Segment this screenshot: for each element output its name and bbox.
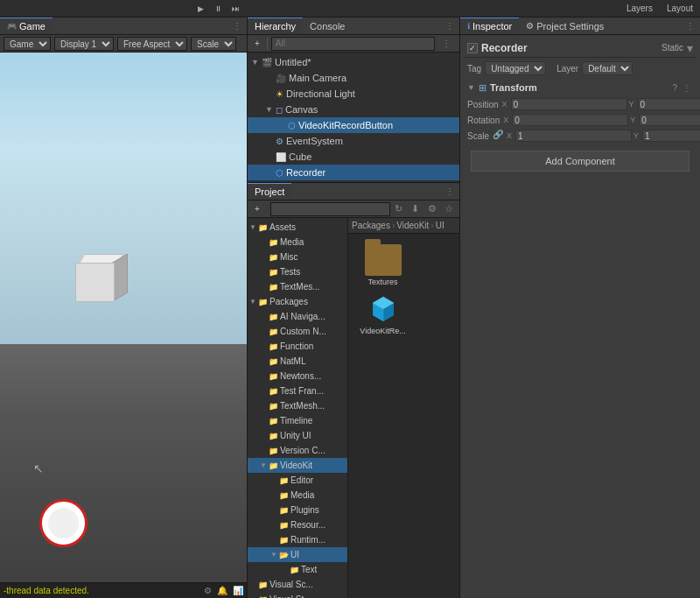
- tag-select[interactable]: Untagged: [485, 61, 546, 75]
- plugins-folder-icon: 📁: [279, 506, 289, 515]
- transform-help-btn[interactable]: ?: [670, 83, 679, 93]
- game-scale-select[interactable]: Scale: [191, 37, 236, 51]
- component-checkbox[interactable]: ✓: [467, 43, 478, 53]
- hierarchy-search[interactable]: [271, 37, 435, 51]
- proj-import-icon[interactable]: ⬇: [409, 202, 423, 216]
- list-item[interactable]: VideoKitRe...: [359, 293, 407, 335]
- list-item[interactable]: ⬜ Cube: [248, 149, 459, 165]
- tab-project-settings[interactable]: ⚙ Project Settings: [519, 18, 611, 34]
- editor-label: Editor: [290, 475, 313, 485]
- list-item[interactable]: Textures: [359, 244, 407, 286]
- list-item[interactable]: ⬡ Recorder: [248, 165, 459, 180]
- rotation-y-input[interactable]: [639, 114, 700, 126]
- component-menu-btn[interactable]: ▾: [687, 41, 693, 55]
- game-panel-menu[interactable]: ⋮: [228, 21, 247, 31]
- proj-refresh-icon[interactable]: ↻: [392, 202, 406, 216]
- list-item[interactable]: 📁 Resour...: [248, 517, 347, 532]
- proj-star-icon[interactable]: ☆: [442, 202, 456, 216]
- list-item[interactable]: 📁 NatML: [248, 354, 347, 369]
- list-item[interactable]: 📁 TextMesh...: [248, 398, 347, 413]
- breadcrumb-videokit[interactable]: VideoKit: [396, 221, 429, 230]
- list-item[interactable]: 📁 Runtim...: [248, 532, 347, 547]
- list-item[interactable]: 📁 Tests: [248, 264, 347, 279]
- list-item[interactable]: 📁 Text: [248, 562, 347, 577]
- transform-menu-btn[interactable]: ⋮: [681, 83, 693, 93]
- project-files-container: Packages › VideoKit › UI: [348, 218, 459, 598]
- tab-inspector[interactable]: ℹ Inspector: [460, 18, 519, 34]
- scale-x-input[interactable]: [515, 130, 632, 142]
- list-item[interactable]: ▼ 📁 VideoKit: [248, 458, 347, 473]
- breadcrumb-ui[interactable]: UI: [436, 221, 444, 230]
- breadcrumb-packages[interactable]: Packages: [352, 221, 390, 230]
- list-item[interactable]: 📁 Media: [248, 235, 347, 250]
- natml-label: NatML: [280, 356, 305, 366]
- project-search[interactable]: [270, 202, 390, 216]
- svg-rect-1: [374, 253, 381, 257]
- layout-button[interactable]: Layout: [663, 4, 696, 13]
- list-item[interactable]: ⚙ EventSystem: [248, 133, 459, 149]
- ai-folder-icon: 📁: [269, 313, 278, 321]
- add-component-button[interactable]: Add Component: [471, 151, 690, 172]
- list-item[interactable]: 📁 Visual St...: [248, 592, 347, 598]
- list-item[interactable]: ☀ Directional Light: [248, 86, 459, 102]
- tab-console[interactable]: Console: [303, 18, 352, 34]
- list-item[interactable]: 📁 Visual Sc...: [248, 577, 347, 592]
- textmesh2-label: TextMesh...: [280, 401, 325, 411]
- list-item[interactable]: 📁 Timeline: [248, 413, 347, 428]
- hier-panel-menu[interactable]: ⋮: [437, 39, 456, 48]
- list-item[interactable]: 📁 Custom N...: [248, 324, 347, 339]
- hier-add-btn[interactable]: +: [251, 37, 263, 51]
- position-x-input[interactable]: [511, 98, 627, 110]
- list-item[interactable]: 📁 AI Naviga...: [248, 309, 347, 324]
- step-button[interactable]: ⏭: [228, 2, 242, 16]
- tab-hierarchy[interactable]: Hierarchy: [248, 18, 303, 34]
- list-item[interactable]: ▼ 📁 Assets: [248, 220, 347, 235]
- record-button-circle[interactable]: [39, 499, 88, 547]
- scale-x-field: X: [507, 130, 632, 142]
- inspector-menu-btn[interactable]: ⋮: [681, 21, 700, 31]
- list-item[interactable]: 📁 Media: [248, 488, 347, 503]
- transform-section-header[interactable]: ▼ ⊞ Transform ? ⋮: [464, 79, 696, 96]
- visualst-folder-icon: 📁: [258, 595, 268, 599]
- custom-label: Custom N...: [280, 327, 326, 336]
- list-item[interactable]: 📁 Editor: [248, 473, 347, 488]
- game-display-number-select[interactable]: Display 1: [54, 37, 114, 51]
- project-menu-btn[interactable]: ⋮: [440, 186, 459, 196]
- game-display-select[interactable]: Game: [4, 37, 51, 51]
- list-item[interactable]: 📁 Newtons...: [248, 369, 347, 383]
- rotation-x-label: X: [503, 116, 512, 124]
- play-button[interactable]: ▶: [193, 2, 207, 16]
- list-item[interactable]: 📁 Function: [248, 339, 347, 354]
- runtim-label: Runtim...: [290, 535, 326, 545]
- layer-label: Layer: [556, 64, 578, 74]
- list-item[interactable]: ▼ ◻ Canvas: [248, 102, 459, 117]
- list-item[interactable]: 📁 TextMes...: [248, 279, 347, 294]
- list-item[interactable]: 📁 Test Fran...: [248, 383, 347, 398]
- game-aspect-select[interactable]: Free Aspect: [117, 37, 187, 51]
- transform-arrow: ▼: [467, 83, 475, 92]
- position-y-input[interactable]: [638, 98, 700, 110]
- rotation-y-label: Y: [630, 116, 639, 124]
- layers-button[interactable]: Layers: [623, 4, 656, 13]
- list-item[interactable]: 📁 Unity UI: [248, 428, 347, 443]
- scale-link-icon[interactable]: 🔗: [493, 130, 503, 142]
- list-item[interactable]: ▼ 📁 Packages: [248, 294, 347, 309]
- layer-select[interactable]: Default: [582, 61, 633, 75]
- rotation-x-input[interactable]: [512, 114, 628, 126]
- list-item[interactable]: 🎥 Main Camera: [248, 70, 459, 86]
- tab-game[interactable]: 🎮 Game: [0, 18, 52, 34]
- list-item[interactable]: ▼ 📂 UI: [248, 547, 347, 562]
- custom-folder-icon: 📁: [269, 327, 278, 336]
- list-item[interactable]: ⬡ VideoKitRecordButton: [248, 117, 459, 133]
- list-item[interactable]: ▼ 🎬 Untitled*: [248, 54, 459, 70]
- list-item[interactable]: 📁 Misc: [248, 250, 347, 264]
- pause-button[interactable]: ⏸: [211, 2, 225, 16]
- tab-project[interactable]: Project: [248, 183, 291, 200]
- proj-settings-icon[interactable]: ⚙: [425, 202, 439, 216]
- list-item[interactable]: 📁 Plugins: [248, 503, 347, 517]
- list-item[interactable]: 📁 Version C...: [248, 443, 347, 458]
- videokit-pkg-label: VideoKitRe...: [360, 327, 405, 335]
- hierarchy-menu-btn[interactable]: ⋮: [440, 21, 459, 31]
- proj-add-btn[interactable]: +: [251, 202, 263, 216]
- scale-y-input[interactable]: [642, 130, 700, 142]
